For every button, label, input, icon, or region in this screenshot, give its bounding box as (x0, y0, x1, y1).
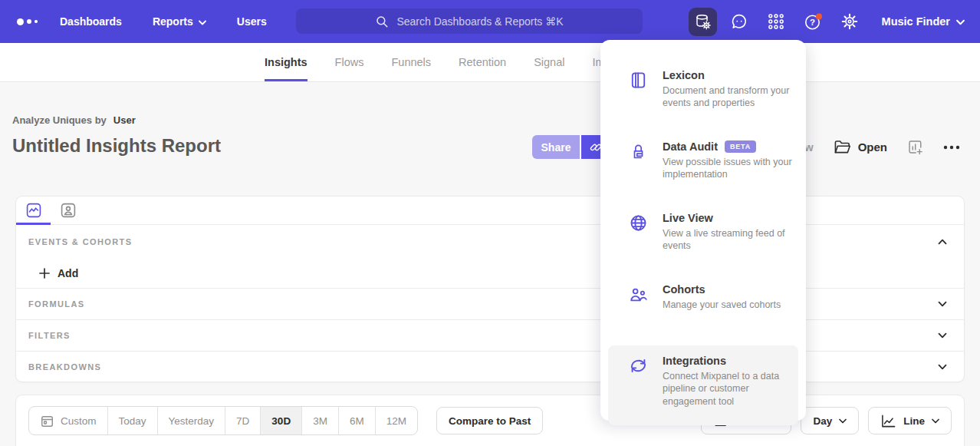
tab-insights[interactable]: Insights (265, 43, 307, 81)
section-breakdowns[interactable]: BREAKDOWNS (16, 351, 964, 382)
tab-label: Flows (335, 56, 364, 68)
date-range-yesterday[interactable]: Yesterday (157, 407, 225, 434)
analyze-prefix: Analyze Uniques by (12, 114, 107, 126)
tab-metrics-view[interactable] (16, 197, 51, 224)
menu-item-title: Live View (663, 212, 713, 224)
compare-label: Compare to Past (449, 415, 531, 427)
date-range-label: Today (119, 415, 146, 427)
tab-profiles-view[interactable] (51, 197, 85, 224)
tab-signal[interactable]: Signal (534, 43, 564, 81)
chart-add-icon (907, 139, 923, 155)
integrations-sync-icon (628, 355, 649, 379)
data-management-dropdown: Lexicon Document and transform your even… (600, 40, 806, 421)
menu-item-title: Integrations (663, 355, 726, 367)
chart-type-label: Line (903, 415, 925, 427)
menu-item-live-view[interactable]: Live View View a live streaming feed of … (600, 203, 806, 274)
report-title[interactable]: Untitled Insights Report (12, 135, 221, 157)
menu-item-title: Cohorts (663, 283, 705, 296)
chart-type-dropdown[interactable]: Line (868, 407, 952, 434)
menu-item-cohorts[interactable]: Cohorts Manage your saved cohorts (600, 274, 806, 345)
add-event-button[interactable]: Add (16, 259, 964, 288)
add-to-board-button[interactable] (907, 139, 923, 155)
top-nav: Dashboards Reports Users Search Dashboar… (0, 0, 980, 43)
search-icon (375, 15, 389, 28)
chat-bubble-icon (730, 12, 748, 31)
menu-item-description: Manage your saved cohorts (663, 299, 802, 311)
analyze-entity-selector[interactable]: User (113, 114, 136, 126)
feedback-button[interactable] (725, 8, 754, 36)
date-range-3m[interactable]: 3M (301, 407, 338, 434)
date-range-label: 30D (271, 415, 291, 427)
date-range-label: 7D (236, 415, 249, 427)
section-filters[interactable]: FILTERS (16, 319, 964, 351)
cohorts-people-icon (628, 284, 649, 308)
ellipsis-icon (943, 145, 960, 150)
plus-icon (39, 268, 50, 279)
date-range-custom[interactable]: Custom (29, 407, 107, 434)
date-range-picker: Custom Today Yesterday 7D 30D 3M 6M 12M (28, 406, 418, 435)
help-button[interactable]: ? (799, 8, 827, 36)
line-chart-tab-icon (26, 203, 41, 218)
share-button[interactable]: Share (532, 135, 580, 159)
nav-item-label: Dashboards (60, 15, 122, 28)
mixpanel-logo[interactable] (17, 0, 38, 43)
top-nav-menu: Dashboards Reports Users (60, 0, 267, 43)
date-range-30d[interactable]: 30D (260, 407, 301, 434)
granularity-dropdown[interactable]: Day (801, 407, 859, 434)
add-label: Add (58, 267, 78, 279)
search-placeholder: Search Dashboards & Reports ⌘K (396, 15, 563, 28)
tab-retention[interactable]: Retention (459, 43, 506, 81)
notification-dot (816, 13, 822, 19)
folder-icon (834, 139, 851, 155)
date-range-6m[interactable]: 6M (338, 407, 375, 434)
date-range-label: Yesterday (169, 415, 215, 427)
database-gear-icon (694, 13, 712, 31)
query-builder-panel: EVENTS & COHORTS Add FORMULAS FILTERS BR… (15, 196, 965, 382)
date-range-label: 12M (386, 415, 406, 427)
project-name: Music Finder (882, 15, 950, 28)
svg-text:?: ? (810, 18, 815, 27)
apps-grid-button[interactable] (762, 8, 791, 36)
section-events-cohorts[interactable]: EVENTS & COHORTS (16, 225, 964, 259)
query-builder-tabs (16, 197, 964, 225)
section-label: EVENTS & COHORTS (28, 237, 132, 246)
section-formulas[interactable]: FORMULAS (16, 288, 964, 319)
profile-tab-icon (61, 203, 76, 218)
settings-button[interactable] (836, 8, 864, 36)
chevron-down-icon (932, 418, 939, 424)
menu-item-data-audit[interactable]: Data Audit BETA View possible issues wit… (600, 131, 806, 203)
menu-item-description: View a live streaming feed of events (663, 227, 802, 253)
chevron-up-icon (938, 239, 947, 245)
nav-item-label: Users (237, 15, 267, 28)
tab-flows[interactable]: Flows (335, 43, 364, 81)
more-options-button[interactable] (943, 145, 960, 150)
menu-item-lexicon[interactable]: Lexicon Document and transform your even… (600, 60, 806, 131)
nav-item-users[interactable]: Users (237, 15, 267, 28)
search-input[interactable]: Search Dashboards & Reports ⌘K (296, 8, 643, 34)
data-management-button[interactable] (689, 8, 717, 36)
report-actions: New Open (790, 135, 960, 159)
calendar-icon (40, 414, 54, 428)
date-range-7d[interactable]: 7D (225, 407, 260, 434)
chevron-down-icon (938, 332, 947, 339)
analyze-line: Analyze Uniques by User (12, 114, 136, 126)
open-report-button[interactable]: Open (834, 139, 887, 155)
compare-to-past-button[interactable]: Compare to Past (436, 407, 543, 434)
section-label: BREAKDOWNS (28, 362, 101, 372)
tab-funnels[interactable]: Funnels (391, 43, 431, 81)
menu-item-integrations[interactable]: Integrations Connect Mixpanel to a data … (608, 345, 798, 425)
apps-grid-icon (767, 12, 785, 31)
date-range-today[interactable]: Today (107, 407, 157, 434)
help-icon: ? (804, 12, 823, 31)
report-tab-bar: Insights Flows Funnels Retention Signal … (0, 43, 980, 82)
live-view-globe-icon (628, 213, 649, 236)
date-range-12m[interactable]: 12M (375, 407, 417, 434)
chevron-down-icon (839, 418, 847, 424)
tab-label: Retention (459, 56, 506, 68)
project-switcher[interactable]: Music Finder (882, 15, 965, 28)
tab-label: Signal (534, 56, 564, 68)
nav-item-label: Reports (153, 15, 193, 28)
nav-item-reports[interactable]: Reports (153, 15, 206, 28)
nav-item-dashboards[interactable]: Dashboards (60, 15, 122, 28)
date-range-label: 6M (350, 415, 364, 427)
